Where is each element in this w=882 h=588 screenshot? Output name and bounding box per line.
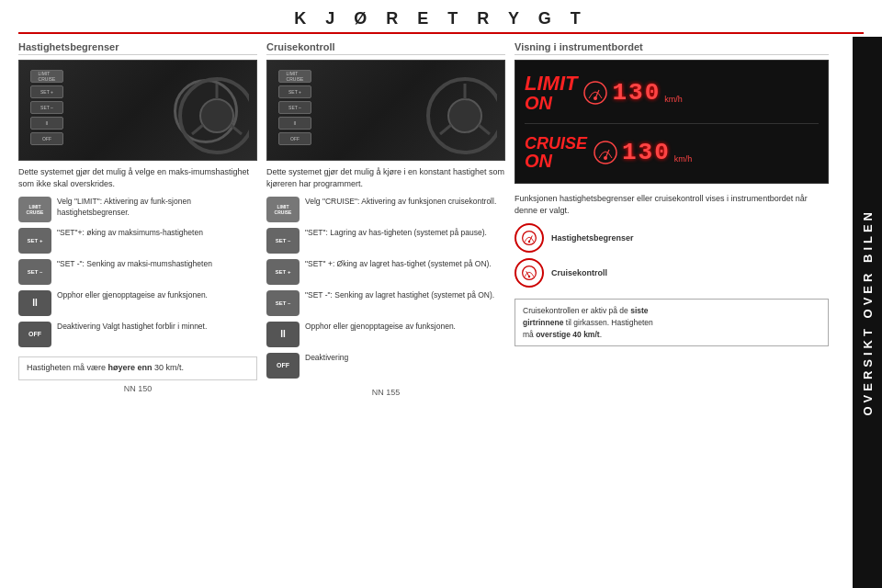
svg-point-10 bbox=[584, 82, 606, 104]
cruise-on-display: CRUISE ON 130 km/h bbox=[525, 131, 692, 174]
instrument-display: LIMIT ON 130 km/h bbox=[514, 60, 829, 184]
photo-desc-mid: Dette systemet gjør det mulig å kjøre i … bbox=[266, 166, 505, 189]
limit-on-block: LIMIT ON bbox=[525, 74, 577, 112]
btn-row-set-minus-left: SET – "SET -": Senking av maksi-mumshast… bbox=[18, 259, 257, 285]
svg-line-3 bbox=[192, 125, 203, 134]
limit-speedometer-icon bbox=[514, 223, 544, 253]
svg-point-1 bbox=[200, 99, 233, 132]
col-right-header: Visning i instrumentbordet bbox=[514, 41, 829, 55]
icon-row-cruise: Cruisekontroll bbox=[514, 258, 829, 288]
on-label: ON bbox=[525, 94, 552, 112]
svg-line-8 bbox=[440, 125, 451, 134]
page-title: K J Ø R E T R Y G T bbox=[18, 0, 864, 34]
btn-row-set-mid-1: SET – "SET": Lagring av has-tigheten (sy… bbox=[266, 228, 505, 254]
btn-icon-deact-mid: OFF bbox=[266, 353, 300, 379]
cruise-on-label: ON bbox=[525, 152, 552, 170]
btn-icon-limit-cruise-left: LIMITCRUISE bbox=[18, 197, 51, 222]
btn-row-pause-mid: II Opphor eller gjenopptageise av funksj… bbox=[266, 322, 505, 347]
svg-line-9 bbox=[479, 125, 490, 134]
svg-line-4 bbox=[231, 125, 242, 134]
page-num-left: NN 150 bbox=[18, 384, 257, 393]
btn-icon-pause-left: II bbox=[18, 290, 51, 316]
speed-value-limit: 130 bbox=[612, 81, 661, 105]
btn-text-0-left: Velg "LIMIT": Aktivering av funk-sjonen … bbox=[57, 197, 257, 218]
btn-icon-limit-cruise-mid: LIMITCRUISE bbox=[266, 197, 300, 222]
col-instrument: Visning i instrumentbordet LIMIT ON bbox=[514, 41, 864, 583]
speedo-icon-cruise bbox=[593, 140, 618, 165]
btn-text-2-mid: "SET" +: Øking av lagret has-tighet (sys… bbox=[305, 259, 492, 269]
btn-text-3-mid: "SET -": Senking av lagret hastighet (sy… bbox=[305, 290, 494, 300]
svg-line-15 bbox=[605, 150, 609, 158]
icon-label-limit: Hastighetsbegrenser bbox=[551, 233, 634, 243]
btn-icon-pause-mid: II bbox=[266, 322, 300, 347]
btn-icon-set-mid-1: SET – bbox=[266, 228, 300, 254]
speedo-icon-limit bbox=[582, 80, 608, 106]
col-left-header: Hastighetsbegrenser bbox=[18, 41, 257, 55]
btn-icon-set-minus-left: SET – bbox=[18, 259, 51, 285]
col-cruisekontroll: Cruisekontroll LIMITCRUISE SET + SET – I… bbox=[266, 41, 505, 583]
speed-display-limit: 130 km/h bbox=[582, 80, 682, 106]
display-separator bbox=[525, 123, 819, 124]
btn-row-set-mid-2: SET + "SET" +: Øking av lagret has-tighe… bbox=[266, 259, 505, 285]
speed-unit-limit: km/h bbox=[664, 95, 683, 104]
photo-mid: LIMITCRUISE SET + SET – II OFF bbox=[266, 60, 505, 161]
speed-display-cruise: 130 km/h bbox=[593, 140, 692, 165]
btn-row-limit-cruise: LIMITCRUISE Velg "LIMIT": Aktivering av … bbox=[18, 197, 257, 222]
btn-text-4-mid: Opphor eller gjenopptageise av funksjone… bbox=[305, 322, 456, 332]
svg-point-18 bbox=[528, 241, 530, 243]
svg-point-13 bbox=[594, 141, 616, 164]
icon-label-cruise: Cruisekontroll bbox=[551, 268, 607, 277]
col-hastighetsbegrenser: Hastighetsbegrenser LIMITCRUISE SET + SE… bbox=[18, 41, 257, 583]
limit-label: LIMIT bbox=[525, 74, 577, 94]
vertical-label: OVERSIKT OVER BILEN bbox=[853, 37, 882, 588]
btn-row-pause-left: II Opphor eller gjenopptageise av funksj… bbox=[18, 290, 257, 316]
cruise-speedometer-icon bbox=[514, 258, 544, 288]
note-box-left: Hastigheten må være høyere enn 30 km/t. bbox=[18, 356, 257, 380]
btn-text-1-mid: "SET": Lagring av has-tigheten (systemet… bbox=[305, 228, 487, 238]
page-num-mid: NN 155 bbox=[266, 388, 505, 397]
btn-icon-deact-left: OFF bbox=[18, 322, 51, 347]
cruise-on-block: CRUISE ON bbox=[525, 135, 587, 170]
btn-row-deact-mid: OFF Deaktivering bbox=[266, 353, 505, 379]
btn-row-set-mid-3: SET – "SET -": Senking av lagret hastigh… bbox=[266, 290, 505, 316]
right-description: Funksjonen hastighetsbegrenser eller cru… bbox=[514, 193, 829, 216]
speed-value-cruise: 130 bbox=[622, 141, 671, 164]
limit-on-display: LIMIT ON 130 km/h bbox=[525, 70, 683, 116]
col-mid-header: Cruisekontroll bbox=[266, 41, 505, 55]
btn-text-1-left: "SET"+: øking av maksimums-hastigheten bbox=[57, 228, 203, 238]
btn-row-set-plus-left: SET + "SET"+: øking av maksimums-hastigh… bbox=[18, 228, 257, 254]
note-box-right: Cruisekontrollen er aktiv på de sistegir… bbox=[514, 299, 829, 346]
btn-text-5-mid: Deaktivering bbox=[305, 353, 348, 363]
svg-point-6 bbox=[448, 99, 481, 132]
main-content: Hastighetsbegrenser LIMITCRUISE SET + SE… bbox=[0, 41, 882, 583]
btn-icon-set-mid-2: SET + bbox=[266, 259, 300, 285]
svg-line-12 bbox=[595, 90, 599, 98]
btn-icon-set-plus-left: SET + bbox=[18, 228, 51, 254]
icon-row-limit: Hastighetsbegrenser bbox=[514, 223, 829, 253]
btn-row-limit-cruise-mid: LIMITCRUISE Velg "CRUISE": Aktivering av… bbox=[266, 197, 505, 222]
svg-point-21 bbox=[528, 276, 530, 277]
btn-text-0-mid: Velg "CRUISE": Aktivering av funksjonen … bbox=[305, 197, 496, 207]
speed-unit-cruise: km/h bbox=[674, 154, 693, 164]
photo-left: LIMITCRUISE SET + SET – II OFF bbox=[18, 60, 257, 161]
btn-text-4-left: Deaktivering Valgt hastighet forblir i m… bbox=[57, 322, 207, 332]
cruise-label: CRUISE bbox=[525, 135, 587, 152]
btn-row-deact-left: OFF Deaktivering Valgt hastighet forblir… bbox=[18, 322, 257, 347]
btn-text-2-left: "SET -": Senking av maksi-mumshastighete… bbox=[57, 259, 212, 269]
btn-icon-set-mid-3: SET – bbox=[266, 290, 300, 316]
btn-text-3-left: Opphor eller gjenopptageise av funksjone… bbox=[57, 290, 208, 300]
photo-desc-left: Dette systemet gjør det mulig å velge en… bbox=[18, 166, 257, 189]
